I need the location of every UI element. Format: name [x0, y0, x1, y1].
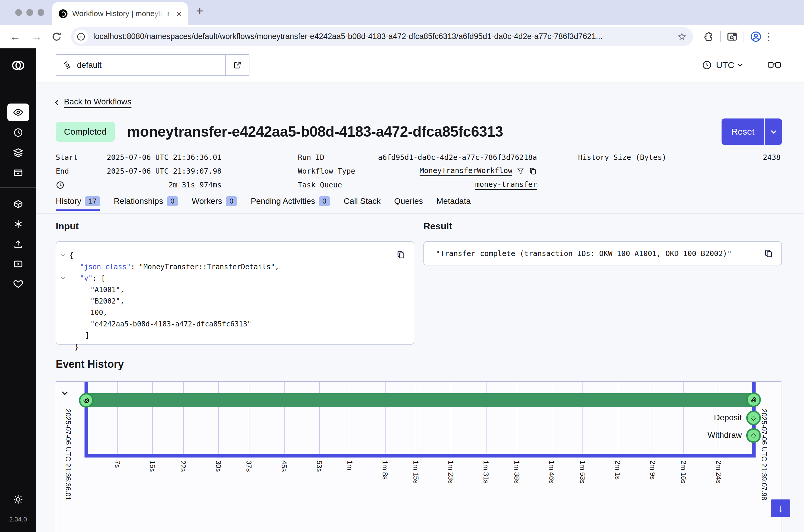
- diamond-icon: ◇: [751, 415, 756, 421]
- window-zoom-dot[interactable]: [38, 9, 44, 16]
- chevron-down-icon: [771, 128, 776, 133]
- sidebar-item-archive[interactable]: [7, 164, 29, 181]
- temporal-favicon-icon: [59, 10, 68, 18]
- tick-label: 37s: [245, 460, 253, 472]
- sidebar-item-deployments[interactable]: [7, 215, 29, 232]
- sidebar-item-import[interactable]: [7, 235, 29, 252]
- tab-metadata[interactable]: Metadata: [436, 196, 471, 211]
- workflow-execution-span[interactable]: [87, 393, 753, 407]
- input-heading: Input: [56, 221, 79, 232]
- copy-icon[interactable]: [396, 250, 406, 260]
- reset-dropdown-button[interactable]: [765, 118, 782, 145]
- activity-row-label-withdraw[interactable]: Withdraw: [708, 431, 742, 440]
- detail-task-queue: Task Queue money-transfer: [298, 178, 537, 192]
- browser-tab[interactable]: Workflow History | moneytran ×: [52, 2, 188, 25]
- collapse-chevron-icon[interactable]: [56, 278, 69, 279]
- clock-icon: [702, 60, 712, 70]
- new-tab-button[interactable]: +: [196, 3, 204, 18]
- site-info-icon[interactable]: [74, 30, 88, 44]
- tick-label: 1m 31s: [482, 460, 490, 483]
- timezone-selector[interactable]: UTC: [702, 60, 742, 70]
- workflow-details: Start2025-07-06 UTC 21:36:36.01 End2025-…: [36, 150, 804, 194]
- duration-clock-icon: [56, 180, 64, 189]
- scroll-to-bottom-button[interactable]: ↓: [771, 499, 790, 517]
- namespace-name: default: [77, 60, 101, 70]
- sidebar-item-feedback[interactable]: [7, 255, 29, 272]
- timeline-start-timestamp: 2025-07-06 UTC 21:36:36.01: [64, 409, 72, 500]
- tick-label: 30s: [214, 460, 222, 472]
- workflow-title: moneytransfer-e4242aa5-b08d-4183-a472-df…: [127, 123, 503, 140]
- browser-menu-icon[interactable]: ⋮: [764, 31, 774, 43]
- tick-label: 45s: [280, 460, 288, 472]
- collapse-chevron-icon[interactable]: [56, 254, 69, 256]
- tab-count-badge: 17: [85, 196, 100, 206]
- tab-history[interactable]: History17: [56, 196, 100, 211]
- side-panel-search-icon[interactable]: [727, 31, 738, 42]
- status-badge: Completed: [56, 122, 115, 141]
- workflow-type-link[interactable]: MoneyTransferWorkflow: [419, 166, 512, 176]
- extensions-puzzle-icon[interactable]: [704, 31, 714, 42]
- forward-button[interactable]: →: [30, 30, 43, 43]
- workflow-end-marker[interactable]: [746, 393, 761, 407]
- window-close-dot[interactable]: [15, 9, 22, 16]
- tab-call-stack[interactable]: Call Stack: [343, 196, 380, 211]
- toolbar-divider: [720, 31, 721, 42]
- temporal-logo-icon[interactable]: [10, 59, 26, 71]
- namespace-icon: [62, 60, 72, 70]
- url-text[interactable]: localhost:8080/namespaces/default/workfl…: [93, 32, 673, 41]
- deposit-activity-marker[interactable]: ◇: [746, 411, 761, 425]
- workflow-start-marker[interactable]: [79, 393, 94, 407]
- back-to-workflows-link[interactable]: Back to Workflows: [56, 97, 131, 108]
- copy-icon[interactable]: [529, 167, 537, 175]
- reset-button[interactable]: Reset: [722, 118, 764, 145]
- sidebar-item-batch-operations[interactable]: [7, 144, 29, 161]
- window-minimize-dot[interactable]: [26, 9, 33, 16]
- browser-toolbar: ← → localhost:8080/namespaces/default/wo…: [0, 25, 804, 49]
- sidebar-item-workflows[interactable]: [7, 103, 29, 121]
- tab-relationships[interactable]: Relationships0: [114, 196, 178, 211]
- namespace-selector[interactable]: default: [56, 54, 249, 76]
- task-queue-link[interactable]: money-transfer: [475, 180, 537, 190]
- tick-label: 1m 23s: [447, 460, 455, 483]
- data-encoder-glasses-icon[interactable]: [768, 61, 781, 70]
- tick-label: 2m 16s: [679, 460, 688, 483]
- sidebar-item-schedules[interactable]: [7, 124, 29, 141]
- tick-label: 1m 53s: [578, 460, 586, 483]
- tab-workers[interactable]: Workers0: [192, 196, 237, 211]
- copy-icon[interactable]: [764, 249, 773, 259]
- tick-label: 1m: [345, 460, 354, 470]
- reset-split-button[interactable]: Reset: [722, 118, 782, 145]
- theme-toggle-sun-icon[interactable]: [7, 491, 29, 508]
- reload-icon[interactable]: [51, 31, 62, 42]
- namespace-external-link-icon[interactable]: [226, 55, 249, 75]
- sidebar-item-nexus[interactable]: [7, 196, 29, 213]
- detail-workflow-type: Workflow Type MoneyTransferWorkflow: [298, 164, 537, 178]
- input-panel: { "json_class": "MoneyTransfer::Transfer…: [56, 241, 414, 345]
- activity-row-label-deposit[interactable]: Deposit: [714, 413, 742, 422]
- workflow-page: Back to Workflows Completed moneytransfe…: [36, 82, 804, 532]
- tick-label: 53s: [315, 460, 323, 472]
- workflow-header: Completed moneytransfer-e4242aa5-b08d-41…: [56, 118, 782, 146]
- url-bar[interactable]: localhost:8080/namespaces/default/workfl…: [71, 27, 693, 46]
- diamond-icon: ◇: [751, 432, 756, 439]
- sidebar-item-support-heart[interactable]: [7, 276, 29, 292]
- timeline-collapse-chevron-icon[interactable]: [63, 390, 67, 395]
- tick-label: 1m 38s: [512, 460, 521, 483]
- tab-pending-activities[interactable]: Pending Activities0: [250, 196, 330, 211]
- chevron-down-icon: [738, 62, 743, 67]
- withdraw-activity-marker[interactable]: ◇: [746, 428, 761, 443]
- tick-label: 2m 9s: [649, 460, 657, 479]
- tabs-bottom-border: [36, 213, 804, 214]
- chevron-left-icon: [55, 100, 60, 105]
- app-sidebar: 2.34.0: [0, 49, 36, 532]
- tab-queries[interactable]: Queries: [394, 196, 423, 211]
- json-line: "e4242aa5-b08d-4183-a472-dfca85fc6313": [56, 318, 414, 330]
- filter-funnel-icon[interactable]: [517, 167, 525, 175]
- tab-title-fade: [152, 6, 167, 21]
- profile-icon[interactable]: [750, 31, 762, 42]
- back-button[interactable]: ←: [8, 30, 22, 43]
- detail-end: End2025-07-06 UTC 21:39:07.98: [56, 164, 222, 178]
- window-controls[interactable]: [15, 9, 44, 16]
- tab-close-icon[interactable]: ×: [176, 9, 182, 18]
- bookmark-star-icon[interactable]: ☆: [677, 31, 687, 43]
